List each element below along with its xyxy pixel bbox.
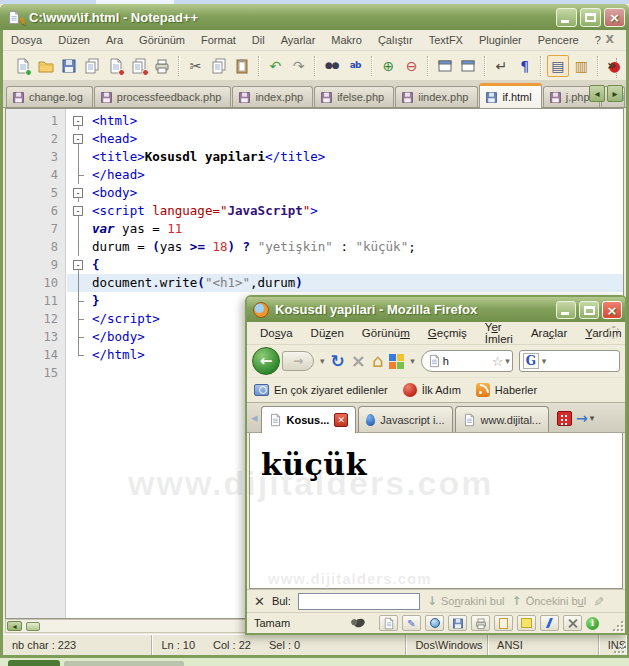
- sync-horizontal-scroll-button[interactable]: [458, 55, 479, 77]
- menu-makro[interactable]: Makro: [323, 32, 370, 48]
- code-line-8[interactable]: 8durum = (yas >= 18) ? "yetişkin" : "küç…: [6, 238, 623, 256]
- fold-marker-icon[interactable]: -: [72, 202, 86, 220]
- code-line-6[interactable]: 6-<script language="JavaScript">: [6, 202, 623, 220]
- file-tab-change-log[interactable]: change.log: [6, 86, 93, 107]
- reload-button[interactable]: ↻: [331, 353, 345, 370]
- firefox-menu-ara-lar[interactable]: Araçlar: [522, 325, 576, 341]
- view-source-globe-icon[interactable]: [425, 615, 444, 631]
- browser-tab-kosus[interactable]: Kosus...✕: [261, 406, 357, 433]
- tabs-scroll-left-icon[interactable]: ◂: [251, 410, 258, 425]
- menu-dosya[interactable]: Dosya: [3, 32, 50, 48]
- bookmark-haberler[interactable]: Haberler: [476, 383, 537, 397]
- word-wrap-button[interactable]: ↵: [491, 55, 512, 77]
- undo-button[interactable]: ↶: [265, 55, 286, 77]
- scrollbar-thumb[interactable]: [26, 622, 40, 631]
- home-button[interactable]: ⌂: [372, 353, 383, 369]
- address-bar-text[interactable]: h: [443, 355, 490, 367]
- collapse-icon[interactable]: -: [73, 116, 83, 126]
- menu-pluginler[interactable]: Pluginler: [471, 32, 530, 48]
- bookmark-star-icon[interactable]: ☆: [492, 354, 504, 369]
- collapse-icon[interactable]: -: [73, 134, 83, 144]
- new-file-button[interactable]: [12, 55, 33, 77]
- menu-g-r-n-m[interactable]: Görünüm: [131, 32, 193, 48]
- info-icon[interactable]: i: [586, 617, 599, 630]
- menu-ara[interactable]: Ara: [98, 32, 131, 48]
- bookmark-i-lk-ad-m[interactable]: İlk Adım: [403, 383, 461, 397]
- firefox-menu-d-zen[interactable]: Düzen: [302, 325, 353, 341]
- firefox-menu-yard-m[interactable]: Yardım: [576, 325, 629, 341]
- code-line-9[interactable]: 9-{: [6, 256, 623, 274]
- firefox-menu-g-r-n-m[interactable]: Görünüm: [353, 325, 419, 341]
- search-engine-dropdown-icon[interactable]: ▾: [542, 356, 547, 366]
- redo-button[interactable]: ↷: [288, 55, 309, 77]
- fold-marker-icon[interactable]: -: [72, 184, 86, 202]
- find-close-icon[interactable]: ✕: [254, 595, 265, 608]
- file-tab-processfeedback-php[interactable]: processfeedback.php: [94, 86, 232, 107]
- fold-marker-icon[interactable]: -: [72, 256, 86, 274]
- code-line-5[interactable]: 5-<body>: [6, 184, 623, 202]
- toolbar-overflow-icon[interactable]: »: [607, 54, 616, 76]
- file-tab-ifelse-php[interactable]: ifelse.php: [314, 86, 394, 107]
- code-line-2[interactable]: 2-<head>: [6, 130, 623, 148]
- menu-format[interactable]: Format: [193, 32, 244, 48]
- tab-scroll-right-icon[interactable]: ▸: [607, 85, 623, 102]
- print-button[interactable]: [152, 55, 173, 77]
- find-next-button[interactable]: ↓ Sonrakini bul: [427, 595, 505, 607]
- collapse-icon[interactable]: -: [73, 188, 83, 198]
- address-bar[interactable]: h ☆ ▾: [421, 350, 513, 372]
- firefox-menu-ge-mi[interactable]: Geçmiş: [419, 325, 476, 341]
- find-button[interactable]: ●●: [321, 55, 342, 77]
- find-input[interactable]: [298, 593, 420, 610]
- address-dropdown-icon[interactable]: ▾: [505, 356, 510, 366]
- tab-close-icon[interactable]: ✕: [334, 413, 348, 427]
- tabs-scroll-right-icon[interactable]: →: [576, 411, 588, 425]
- tab-scroll-left-icon[interactable]: ◂: [589, 85, 605, 102]
- firefox-resize-grip[interactable]: [613, 621, 623, 631]
- stop-button[interactable]: ×: [351, 353, 366, 369]
- file-tab-iindex-php[interactable]: iindex.php: [395, 86, 478, 107]
- highlight-all-icon[interactable]: ✎: [591, 596, 606, 607]
- bookmark-en-ok-ziyaret-edilenler[interactable]: En çok ziyaret edilenler: [254, 384, 388, 396]
- code-line-4[interactable]: 4</head>: [6, 166, 623, 184]
- tools-icon[interactable]: [563, 615, 582, 631]
- new-page-icon[interactable]: [379, 615, 398, 631]
- zoom-out-button[interactable]: ⊖: [401, 55, 422, 77]
- history-dropdown-icon[interactable]: ▾: [320, 356, 325, 366]
- menu-al-t-r[interactable]: Çalıştır: [370, 32, 421, 48]
- menu-textfx[interactable]: TextFX: [421, 32, 471, 48]
- sync-vertical-scroll-button[interactable]: [434, 55, 455, 77]
- close-all-button[interactable]: [128, 55, 149, 77]
- find-prev-button[interactable]: ↑ Öncekini bul: [512, 595, 587, 607]
- resize-grip[interactable]: [614, 643, 624, 653]
- scroll-left-icon[interactable]: ◂: [7, 621, 22, 631]
- replace-button[interactable]: ab: [344, 55, 365, 77]
- search-box[interactable]: G ▾: [519, 350, 620, 372]
- lightning-icon[interactable]: [540, 615, 559, 631]
- copy-button[interactable]: [208, 55, 229, 77]
- code-line-7[interactable]: 7var yas = 11: [6, 220, 623, 238]
- note-icon[interactable]: [494, 615, 513, 631]
- collapse-icon[interactable]: -: [73, 260, 83, 270]
- collapse-icon[interactable]: -: [73, 206, 83, 216]
- save-button[interactable]: [59, 55, 80, 77]
- forward-button[interactable]: →: [282, 351, 314, 371]
- notepadpp-titlebar[interactable]: ✎ C:\www\if.html - Notepad++ ×: [0, 4, 629, 30]
- print-page-icon[interactable]: [471, 615, 490, 631]
- code-line-1[interactable]: 1-<html>: [6, 112, 623, 130]
- speed-dial-dropdown-icon[interactable]: ▾: [410, 356, 415, 366]
- browser-tab-www-dijital[interactable]: www.dijital...: [455, 406, 550, 432]
- close-button[interactable]: ×: [604, 8, 625, 27]
- cut-button[interactable]: ✂: [185, 55, 206, 77]
- zoom-in-button[interactable]: ⊕: [378, 55, 399, 77]
- close-button[interactable]: [105, 55, 126, 77]
- firefox-maximize-button[interactable]: [579, 301, 599, 319]
- speed-dial-icon[interactable]: [389, 354, 404, 369]
- file-tab-if-html[interactable]: if.html: [479, 83, 541, 108]
- paste-button[interactable]: [231, 55, 252, 77]
- save-page-icon[interactable]: [448, 615, 467, 631]
- all-tabs-dropdown-icon[interactable]: ▾: [590, 413, 595, 423]
- firefox-minimize-button[interactable]: [556, 301, 576, 319]
- file-tab-index-php[interactable]: index.php: [232, 86, 313, 107]
- open-file-button[interactable]: [35, 55, 56, 77]
- doc-switcher-button[interactable]: ▥: [571, 55, 592, 77]
